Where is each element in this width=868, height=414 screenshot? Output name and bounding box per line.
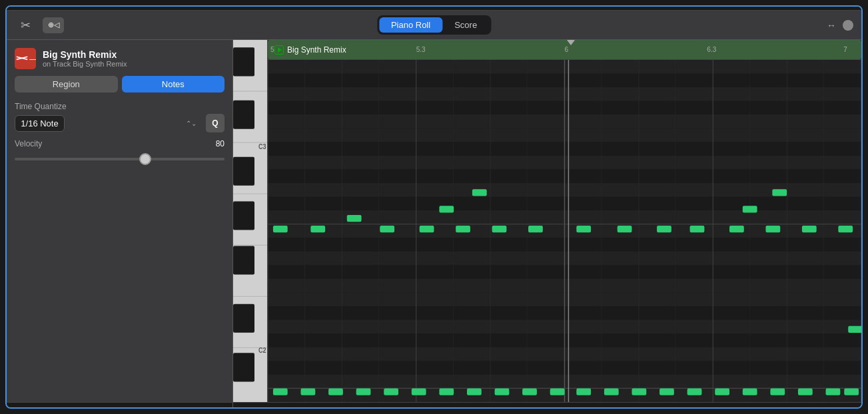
- svg-rect-100: [715, 388, 729, 395]
- svg-rect-13: [233, 202, 254, 230]
- velocity-slider-container: [15, 151, 224, 163]
- time-quantize-section: Time Quantize 1/16 Note 1/8 Note 1/4 Not…: [15, 99, 224, 132]
- svg-rect-93: [522, 388, 537, 395]
- svg-rect-69: [456, 226, 470, 232]
- piano-roll-tab[interactable]: Piano Roll: [379, 17, 442, 33]
- svg-rect-105: [844, 388, 859, 395]
- svg-rect-87: [356, 388, 371, 395]
- svg-rect-85: [301, 388, 316, 395]
- svg-rect-16: [233, 353, 254, 381]
- svg-rect-80: [439, 206, 454, 212]
- svg-rect-99: [687, 388, 702, 395]
- select-chevron-icon: ⌃⌄: [186, 120, 197, 127]
- svg-text:C3: C3: [258, 143, 266, 151]
- svg-rect-89: [412, 388, 426, 395]
- marker-5: 5: [270, 46, 274, 53]
- grid-area: Big Synth Remix 5 5.3 6 6.3 7: [268, 40, 861, 402]
- svg-rect-101: [743, 388, 757, 395]
- play-triangle: [278, 47, 282, 53]
- record-button[interactable]: [843, 20, 853, 31]
- svg-rect-64: [273, 226, 288, 232]
- svg-rect-14: [233, 246, 254, 274]
- svg-rect-68: [420, 226, 434, 232]
- track-icon: [15, 48, 36, 69]
- bottom-dividers: [7, 402, 861, 407]
- time-quantize-label: Time Quantize: [15, 102, 224, 111]
- track-subtitle: on Track Big Synth Remix: [43, 60, 127, 68]
- toolbar-right: ↔: [827, 20, 853, 31]
- svg-rect-77: [765, 226, 780, 232]
- velocity-section: Velocity 80: [15, 139, 224, 163]
- svg-rect-75: [690, 226, 705, 232]
- svg-rect-72: [576, 226, 591, 232]
- svg-rect-96: [604, 388, 619, 395]
- track-text: Big Synth Remix on Track Big Synth Remix: [43, 49, 127, 68]
- region-label: Big Synth Remix: [274, 45, 346, 55]
- svg-rect-81: [743, 206, 757, 212]
- track-info: Big Synth Remix on Track Big Synth Remix: [15, 48, 224, 69]
- svg-rect-74: [657, 226, 671, 232]
- svg-rect-84: [273, 388, 288, 395]
- svg-rect-97: [632, 388, 646, 395]
- svg-rect-102: [770, 388, 785, 395]
- svg-rect-88: [384, 388, 398, 395]
- svg-rect-12: [233, 157, 254, 186]
- svg-rect-66: [347, 215, 362, 222]
- quantize-select[interactable]: 1/16 Note 1/8 Note 1/4 Note 1/32 Note: [15, 115, 65, 132]
- bottom-right-divider: [233, 403, 861, 407]
- playhead-triangle: [567, 40, 575, 45]
- svg-rect-83: [772, 189, 787, 196]
- left-panel: Big Synth Remix on Track Big Synth Remix…: [7, 40, 233, 402]
- svg-rect-106: [848, 326, 861, 333]
- velocity-value: 80: [216, 139, 224, 148]
- filter-icon-btn[interactable]: ⊕◁: [43, 17, 64, 33]
- marker-6: 6: [565, 46, 569, 53]
- svg-text:C2: C2: [258, 347, 266, 355]
- notes-tab-btn[interactable]: Notes: [122, 76, 225, 93]
- grid-content[interactable]: [268, 60, 861, 402]
- svg-rect-11: [233, 101, 254, 129]
- region-notes-buttons: Region Notes: [15, 76, 224, 93]
- toolbar: ✂ ⊕◁ Piano Roll Score ↔: [7, 11, 861, 40]
- svg-rect-95: [576, 388, 591, 395]
- track-name: Big Synth Remix: [43, 49, 127, 60]
- grid-svg: [268, 60, 861, 402]
- svg-rect-86: [328, 388, 343, 395]
- q-button[interactable]: Q: [206, 114, 224, 132]
- synth-icon-svg: [15, 48, 29, 69]
- svg-rect-15: [233, 304, 254, 333]
- resize-icon[interactable]: ↔: [827, 20, 836, 31]
- play-icon: [274, 45, 284, 55]
- piano-roll-area: C3 C2 Big Synth Remix 5: [233, 40, 861, 402]
- velocity-row: Velocity 80: [15, 139, 224, 148]
- region-tab-btn[interactable]: Region: [15, 76, 118, 93]
- bottom-left-divider: [7, 403, 233, 407]
- velocity-label: Velocity: [15, 139, 42, 148]
- link-icon-btn[interactable]: ✂: [15, 17, 36, 33]
- svg-rect-79: [838, 226, 853, 232]
- view-tabs: Piano Roll Score: [377, 15, 491, 35]
- marker-6-3: 6.3: [707, 46, 716, 53]
- svg-rect-10: [233, 47, 254, 76]
- svg-rect-98: [659, 388, 674, 395]
- score-tab[interactable]: Score: [442, 17, 489, 33]
- svg-rect-71: [528, 226, 543, 232]
- quantize-row: 1/16 Note 1/8 Note 1/4 Note 1/32 Note ⌃⌄…: [15, 114, 224, 132]
- region-name: Big Synth Remix: [287, 45, 346, 55]
- velocity-slider[interactable]: [15, 158, 224, 160]
- piano-keyboard: C3 C2: [233, 40, 268, 402]
- svg-rect-91: [467, 388, 482, 395]
- svg-rect-67: [380, 226, 394, 232]
- svg-rect-103: [798, 388, 813, 395]
- svg-rect-70: [492, 226, 507, 232]
- svg-rect-76: [729, 226, 744, 232]
- main-content: Big Synth Remix on Track Big Synth Remix…: [7, 40, 861, 402]
- filter-icon: ⊕◁: [48, 21, 59, 29]
- marker-7: 7: [843, 46, 847, 53]
- svg-rect-73: [618, 226, 632, 232]
- piano-keys-svg: C3 C2: [233, 40, 268, 402]
- quantize-select-wrapper: 1/16 Note 1/8 Note 1/4 Note 1/32 Note ⌃⌄: [15, 115, 202, 132]
- svg-rect-92: [495, 388, 510, 395]
- svg-rect-78: [802, 226, 817, 232]
- main-window: ✂ ⊕◁ Piano Roll Score ↔: [5, 5, 863, 409]
